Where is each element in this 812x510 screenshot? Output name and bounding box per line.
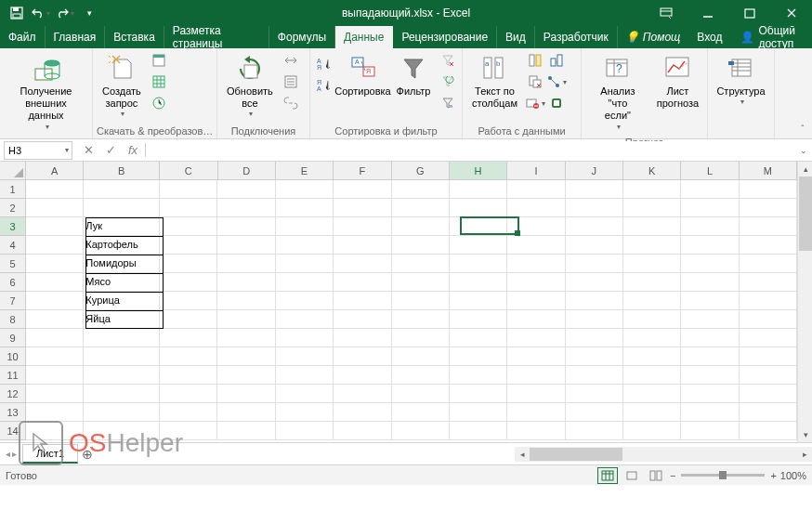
cell[interactable] — [450, 273, 507, 292]
cell[interactable] — [623, 292, 681, 310]
cell[interactable] — [392, 422, 450, 440]
spreadsheet-grid[interactable]: ABCDEFGHIJKLM 1234567891011121314 ЛукКар… — [0, 162, 812, 442]
cell[interactable] — [623, 199, 681, 217]
qat-customize[interactable]: ▾ — [78, 2, 100, 24]
cell[interactable] — [217, 329, 275, 347]
cell[interactable] — [160, 403, 217, 422]
cell[interactable] — [623, 180, 681, 199]
cell[interactable] — [566, 366, 623, 385]
cell[interactable] — [566, 217, 623, 236]
cell[interactable] — [740, 385, 797, 403]
row-header[interactable]: 13 — [0, 403, 26, 422]
cell[interactable] — [507, 180, 565, 199]
cell[interactable] — [392, 366, 450, 385]
clear-filter-button[interactable] — [438, 50, 458, 71]
refresh-all-button[interactable]: Обновить все — [221, 50, 279, 123]
cell[interactable] — [450, 199, 507, 217]
cell[interactable] — [217, 385, 275, 403]
minimize-button[interactable] — [687, 0, 728, 26]
cell[interactable] — [160, 366, 217, 385]
cell[interactable] — [160, 292, 217, 310]
name-box[interactable]: H3 — [4, 141, 72, 160]
scroll-right-button[interactable]: ▸ — [797, 450, 812, 459]
cell[interactable] — [681, 366, 739, 385]
cell[interactable] — [160, 217, 217, 236]
cell[interactable] — [160, 199, 217, 217]
cell[interactable] — [623, 403, 681, 422]
cell[interactable] — [84, 385, 160, 403]
cell[interactable] — [334, 403, 391, 422]
cell[interactable] — [392, 273, 450, 292]
cell[interactable] — [507, 366, 565, 385]
cell[interactable] — [26, 255, 84, 273]
cell-area[interactable]: ЛукКартофельПомидорыМясоКурицаЯйца — [26, 180, 797, 442]
cell[interactable] — [507, 310, 565, 329]
column-header[interactable]: D — [218, 162, 276, 180]
cell[interactable] — [507, 385, 565, 403]
cell[interactable] — [392, 403, 450, 422]
cell[interactable] — [681, 385, 739, 403]
cell[interactable] — [566, 347, 623, 366]
cell[interactable] — [681, 422, 739, 440]
cell[interactable] — [740, 310, 797, 329]
cell[interactable] — [84, 180, 160, 199]
cell[interactable] — [740, 422, 797, 440]
cell[interactable] — [392, 217, 450, 236]
cell[interactable] — [623, 366, 681, 385]
cell[interactable] — [334, 217, 391, 236]
tab-developer[interactable]: Разработчик — [535, 26, 618, 48]
cell[interactable] — [217, 422, 275, 440]
cell[interactable] — [450, 329, 507, 347]
cell[interactable] — [217, 236, 275, 255]
cell[interactable]: Картофель — [84, 236, 160, 255]
cell[interactable] — [334, 292, 391, 310]
cell[interactable] — [26, 403, 84, 422]
insert-function-button[interactable]: fx — [124, 143, 141, 157]
column-header[interactable]: C — [160, 162, 217, 180]
cell[interactable] — [276, 385, 334, 403]
column-header[interactable]: A — [26, 162, 84, 180]
cell[interactable] — [217, 310, 275, 329]
zoom-out-button[interactable]: − — [670, 470, 675, 481]
cell[interactable] — [392, 385, 450, 403]
cell[interactable] — [566, 310, 623, 329]
cell[interactable] — [507, 403, 565, 422]
tab-file[interactable]: Файл — [0, 26, 46, 48]
sort-az-button[interactable]: AЯ — [314, 54, 334, 74]
text-to-columns-button[interactable]: ab Текст по столбцам — [466, 50, 523, 113]
cell[interactable] — [566, 273, 623, 292]
normal-view-button[interactable] — [597, 467, 618, 484]
cell[interactable] — [276, 310, 334, 329]
cell[interactable] — [623, 385, 681, 403]
cell[interactable] — [566, 403, 623, 422]
row-header[interactable]: 5 — [0, 255, 26, 273]
cell[interactable] — [623, 329, 681, 347]
close-button[interactable] — [770, 0, 812, 26]
column-header[interactable]: K — [623, 162, 681, 180]
connections-button[interactable] — [281, 50, 301, 71]
cell[interactable] — [566, 255, 623, 273]
cell[interactable] — [681, 403, 739, 422]
cell[interactable] — [450, 310, 507, 329]
cell[interactable] — [217, 366, 275, 385]
tab-view[interactable]: Вид — [497, 26, 535, 48]
redo-button[interactable] — [54, 2, 76, 24]
cell[interactable] — [507, 217, 565, 236]
cell[interactable] — [507, 292, 565, 310]
cell[interactable] — [26, 422, 84, 440]
cell[interactable] — [623, 217, 681, 236]
row-header[interactable]: 7 — [0, 292, 26, 310]
page-break-view-button[interactable] — [646, 467, 666, 484]
new-query-button[interactable]: Создать запрос — [97, 50, 147, 123]
sheet-nav[interactable]: ◂▸ — [0, 449, 22, 459]
maximize-button[interactable] — [728, 0, 770, 26]
edit-links-button[interactable] — [281, 93, 301, 113]
horizontal-scrollbar[interactable]: ◂ ▸ — [515, 447, 812, 462]
cell[interactable] — [217, 273, 275, 292]
cell[interactable] — [217, 347, 275, 366]
cell[interactable] — [160, 180, 217, 199]
cell[interactable] — [276, 236, 334, 255]
cell[interactable] — [740, 180, 797, 199]
cell[interactable] — [26, 292, 84, 310]
data-model-button[interactable] — [546, 93, 567, 113]
